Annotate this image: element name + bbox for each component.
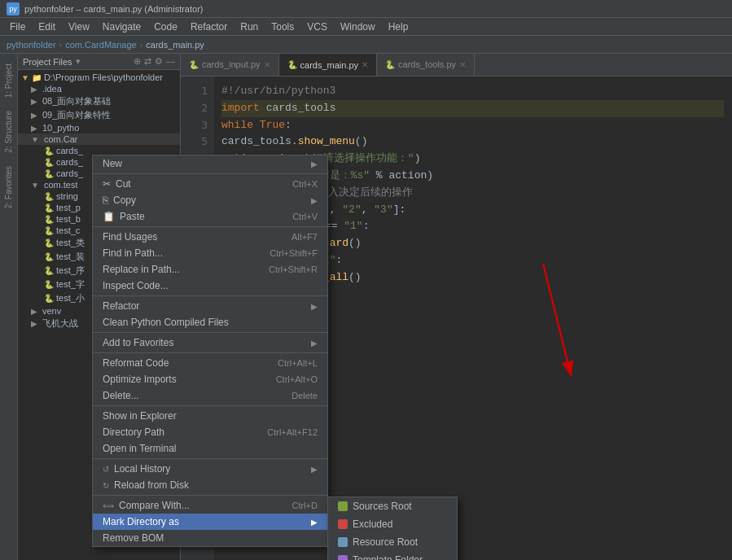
ctx-find-in-path[interactable]: Find in Path... Ctrl+Shift+F xyxy=(93,245,327,261)
ctx-removebom-label: Remove BOM xyxy=(103,532,164,544)
menu-view[interactable]: View xyxy=(62,20,96,34)
ctx-dirpath-shortcut: Ctrl+Alt+F12 xyxy=(267,427,318,437)
menu-edit[interactable]: Edit xyxy=(32,20,62,34)
compare-icon: ⟺ xyxy=(103,501,114,510)
tab-input-close[interactable]: ✕ xyxy=(264,60,270,69)
breadcrumb-package[interactable]: com.CardManage xyxy=(65,40,136,50)
ctx-markdir-label: Mark Directory as xyxy=(103,516,179,527)
ctx-new[interactable]: New ▶ xyxy=(93,155,327,172)
ctx-remove-bom[interactable]: Remove BOM xyxy=(93,530,327,546)
ctx-comparewith-shortcut: Ctrl+D xyxy=(292,501,318,510)
menu-window[interactable]: Window xyxy=(334,20,382,34)
menu-file[interactable]: File xyxy=(3,20,32,34)
project-header: Project Files ▾ ⊕ ⇄ ⚙ — xyxy=(18,54,180,70)
string-icon: 🐍 xyxy=(44,192,54,201)
ctx-open-terminal[interactable]: Open in Terminal xyxy=(93,440,327,457)
tab-favorites[interactable]: 2: Favorites xyxy=(2,160,15,215)
tab-main-close[interactable]: ✕ xyxy=(362,60,368,69)
tab-cards-main[interactable]: 🐍 cards_main.py ✕ xyxy=(279,54,378,76)
ctx-optimize-imports[interactable]: Optimize Imports Ctrl+Alt+O xyxy=(93,371,327,387)
menu-tools[interactable]: Tools xyxy=(265,20,300,34)
ctx-refactor[interactable]: Refactor ▶ xyxy=(93,298,327,314)
settings-icon[interactable]: ⚙ xyxy=(155,56,163,67)
submenu-sources-root[interactable]: Sources Root xyxy=(328,497,457,515)
testp-label: test_p xyxy=(56,203,81,212)
ctx-inspect[interactable]: Inspect Code... xyxy=(93,278,327,294)
tree-oop-adv[interactable]: ▶ 09_面向对象特性 xyxy=(18,108,180,122)
template-folder-dot xyxy=(338,555,348,560)
ctx-delete[interactable]: Delete... Delete xyxy=(93,387,327,404)
breadcrumb-root[interactable]: pythonfolder xyxy=(7,40,56,50)
ctx-sep1 xyxy=(93,173,327,174)
editor-tabs: 🐍 cards_input.py ✕ 🐍 cards_main.py ✕ 🐍 c… xyxy=(181,54,732,77)
mark-directory-submenu: Sources Root Excluded Resource Root Temp… xyxy=(327,497,458,560)
ctx-paste[interactable]: Paste Ctrl+V xyxy=(93,208,327,225)
tree-root[interactable]: ▼ 📁 D:\Program Files\pythonfolder xyxy=(18,72,180,83)
menu-code[interactable]: Code xyxy=(147,20,184,34)
code-line-5: cards_tools.show_menu() xyxy=(221,133,724,151)
ctx-cut[interactable]: Cut Ctrl+X xyxy=(93,176,327,192)
ctx-clean-python[interactable]: Clean Python Compiled Files xyxy=(93,314,327,330)
ctx-reload-disk[interactable]: ↻ Reload from Disk xyxy=(93,477,327,493)
tree-idea[interactable]: ▶ .idea xyxy=(18,83,180,94)
oop-adv-label: 09_面向对象特性 xyxy=(42,109,111,121)
testchar-label: test_字 xyxy=(56,278,85,291)
folder-expanded-icon: ▼ xyxy=(31,135,39,144)
ctx-sep6 xyxy=(93,405,327,406)
app-icon: py xyxy=(7,2,20,15)
tree-10pytho[interactable]: ▶ 10_pytho xyxy=(18,122,180,133)
ctx-mark-dir[interactable]: Mark Directory as ▶ xyxy=(93,514,327,530)
tab-tools-close[interactable]: ✕ xyxy=(459,60,466,69)
submenu-resource-root[interactable]: Resource Root xyxy=(328,533,457,551)
menu-refactor[interactable]: Refactor xyxy=(184,20,234,34)
sync-icon[interactable]: ⇄ xyxy=(144,56,151,67)
py-file-icon2: 🐍 xyxy=(44,158,54,167)
ctx-localhistory-arrow: ▶ xyxy=(311,465,318,474)
tab-input-icon: 🐍 xyxy=(189,60,199,69)
cards2-label: cards_ xyxy=(56,157,83,167)
ctx-replace-in-path[interactable]: Replace in Path... Ctrl+Shift+R xyxy=(93,261,327,278)
ctx-dir-path[interactable]: Directory Path Ctrl+Alt+F12 xyxy=(93,424,327,440)
tab-structure[interactable]: 2: Structure xyxy=(2,104,15,160)
tree-comcard[interactable]: ▼ com.Car xyxy=(18,133,180,145)
tree-oop-basic[interactable]: ▶ 08_面向对象基础 xyxy=(18,94,180,108)
ctx-sep2 xyxy=(93,226,327,227)
ctx-copy[interactable]: Copy ▶ xyxy=(93,192,327,208)
minimize-icon[interactable]: — xyxy=(166,56,175,67)
testclass-label: test_类 xyxy=(56,237,85,249)
ctx-reformat[interactable]: Reformat Code Ctrl+Alt+L xyxy=(93,355,327,371)
ctx-reformat-shortcut: Ctrl+Alt+L xyxy=(278,358,318,368)
ctx-local-history[interactable]: ↺ Local History ▶ xyxy=(93,461,327,477)
folder-collapsed-icon3: ▶ xyxy=(31,111,37,120)
menu-help[interactable]: Help xyxy=(382,20,415,34)
ctx-sep8 xyxy=(93,495,327,496)
excluded-dot xyxy=(338,519,348,529)
string-label: string xyxy=(56,191,78,201)
ctx-replaceinpath-shortcut: Ctrl+Shift+R xyxy=(269,265,318,274)
ctx-sep5 xyxy=(93,352,327,353)
ctx-refactor-arrow: ▶ xyxy=(311,302,318,311)
ctx-show-explorer[interactable]: Show in Explorer xyxy=(93,408,327,424)
add-icon[interactable]: ⊕ xyxy=(134,56,141,67)
tab-cards-input[interactable]: 🐍 cards_input.py ✕ xyxy=(181,54,279,76)
ctx-new-label: New xyxy=(103,158,122,169)
breadcrumb-file[interactable]: cards_main.py xyxy=(146,40,204,50)
tab-tools-label: cards_tools.py xyxy=(398,59,456,69)
submenu-excluded[interactable]: Excluded xyxy=(328,515,457,533)
dropdown-icon[interactable]: ▾ xyxy=(76,56,81,67)
ctx-add-favorites[interactable]: Add to Favorites ▶ xyxy=(93,335,327,351)
tab-cards-tools[interactable]: 🐍 cards_tools.py ✕ xyxy=(377,54,475,76)
menu-navigate[interactable]: Navigate xyxy=(96,20,147,34)
ctx-compare-with[interactable]: ⟺ Compare With... Ctrl+D xyxy=(93,497,327,514)
comtest-label: com.test xyxy=(44,180,78,190)
submenu-template-folder[interactable]: Template Folder xyxy=(328,551,457,560)
context-menu: New ▶ Cut Ctrl+X Copy ▶ Paste Ctrl+V Fin… xyxy=(92,155,328,547)
ctx-find-usages[interactable]: Find Usages Alt+F7 xyxy=(93,229,327,245)
folder-collapsed-icon4: ▶ xyxy=(31,124,37,133)
window-title: pythonfolder – cards_main.py (Administra… xyxy=(24,4,203,14)
menu-vcs[interactable]: VCS xyxy=(300,20,334,34)
ctx-reloaddisk-label: Reload from Disk xyxy=(114,479,189,491)
menu-run[interactable]: Run xyxy=(234,20,265,34)
testdeco-icon: 🐍 xyxy=(44,252,54,261)
tab-project[interactable]: 1: Project xyxy=(2,57,15,104)
